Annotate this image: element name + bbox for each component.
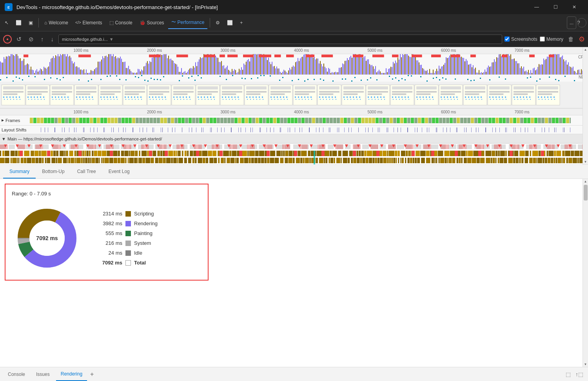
cursor-icon: ↖ xyxy=(5,20,9,26)
add-dock-tab-button[interactable]: + xyxy=(89,370,95,379)
console-icon: ⬚ xyxy=(109,20,114,26)
summary-content: 7092 ms 2314 ms Scripting 3982 ms xyxy=(12,203,201,273)
tab-bottom-up[interactable]: Bottom-Up xyxy=(36,165,71,179)
dock-tab-issues[interactable]: Issues xyxy=(31,367,54,381)
summary-tab-content: Range: 0 - 7.09 s xyxy=(0,179,583,367)
content-scroll-down[interactable]: ▼ xyxy=(584,363,587,366)
tab-console[interactable]: ⬚ Console xyxy=(106,16,136,29)
layers-button[interactable]: ⬜ xyxy=(224,16,236,29)
memory-checkbox[interactable] xyxy=(540,36,545,42)
legend-rendering: 3982 ms Rendering xyxy=(95,221,158,226)
sidebar-icon: ▣ xyxy=(29,20,33,26)
scripting-color xyxy=(125,211,131,217)
help-button[interactable]: ? xyxy=(577,18,586,27)
tab-elements[interactable]: </> Elements xyxy=(72,16,105,29)
painting-label: Painting xyxy=(134,230,152,236)
device-icon: ⬜ xyxy=(16,20,22,26)
range-display: Range: 0 - 7.09 s xyxy=(12,191,201,197)
frames-track: ▶ Frames xyxy=(0,115,588,126)
tick2-4000ms: 4000 ms xyxy=(294,110,309,114)
scroll-up-button[interactable]: ▲ xyxy=(584,48,587,51)
add-tab-button[interactable]: + xyxy=(237,16,246,29)
tick2-6000ms: 6000 ms xyxy=(441,110,456,114)
idle-color xyxy=(125,250,131,256)
performance-settings-button[interactable]: ⚙ xyxy=(579,35,585,44)
bottom-area: Summary Bottom-Up Call Tree Event Log Ra… xyxy=(0,165,588,367)
legend-painting: 555 ms Painting xyxy=(95,230,158,236)
screenshots-checkbox-label[interactable]: Screenshots xyxy=(505,36,537,42)
collapse-icon[interactable]: ▼ xyxy=(2,137,6,141)
clear-button[interactable]: ⊘ xyxy=(26,35,36,44)
tab-performance[interactable]: 〜 Performance xyxy=(168,16,208,29)
dock-tab-console[interactable]: Console xyxy=(3,367,30,381)
record-button[interactable]: ● xyxy=(3,35,12,44)
import-button[interactable]: ↓ xyxy=(49,35,56,43)
timeline-ruler-top: 1000 ms 2000 ms 3000 ms 4000 ms 5000 ms … xyxy=(0,47,588,54)
close-button[interactable]: ✕ xyxy=(565,0,583,14)
elements-icon: </> xyxy=(75,20,81,25)
more-tools-button[interactable]: ... xyxy=(567,16,576,29)
dock-tabs-bar: Console Issues Rendering + ⬚ ↑⬚ xyxy=(0,367,588,381)
tab-content-area: Range: 0 - 7.09 s xyxy=(0,179,588,367)
tick2-2000ms: 2000 ms xyxy=(147,110,162,114)
tick2-7000ms: 7000 ms xyxy=(515,110,530,114)
tab-welcome[interactable]: ⌂ Welcome xyxy=(41,16,71,29)
screenshots-checkbox[interactable] xyxy=(505,36,510,42)
memory-checkbox-label[interactable]: Memory xyxy=(540,36,563,42)
scroll-down-button[interactable]: ▼ xyxy=(584,160,587,164)
tick-2000ms: 2000 ms xyxy=(147,48,162,53)
total-color xyxy=(125,260,131,266)
flame-chart xyxy=(0,144,588,165)
legend-idle: 24 ms Idle xyxy=(95,250,158,256)
sidebar-toggle-button[interactable]: ▣ xyxy=(25,16,36,29)
dock-tab-rendering[interactable]: Rendering xyxy=(56,367,87,381)
donut-chart: 7092 ms xyxy=(12,203,82,273)
svg-text:E: E xyxy=(7,5,10,9)
url-dropdown-icon[interactable]: ▼ xyxy=(109,37,114,42)
plus-icon: + xyxy=(240,20,243,26)
system-ms: 216 ms xyxy=(95,240,122,246)
inspect-element-button[interactable]: ↖ xyxy=(2,16,12,29)
delete-profile-button[interactable]: 🗑 xyxy=(566,35,576,43)
scroll-thumb[interactable] xyxy=(584,185,588,201)
tick-4000ms: 4000 ms xyxy=(294,48,309,53)
tab-event-log[interactable]: Event Log xyxy=(102,165,136,179)
main-track-header: ▼ Main — https://microsoftedge.github.io… xyxy=(0,134,588,144)
tick-5000ms: 5000 ms xyxy=(368,48,383,53)
analysis-tabs-bar: Summary Bottom-Up Call Tree Event Log xyxy=(0,165,588,179)
reload-record-button[interactable]: ↺ xyxy=(14,35,24,44)
dock-detach-button[interactable]: ⬚ xyxy=(564,370,572,378)
tab-call-tree[interactable]: Call Tree xyxy=(71,165,102,179)
content-scrollbar[interactable]: ▲ ▼ xyxy=(583,179,588,367)
minimize-button[interactable]: — xyxy=(528,0,546,14)
dock-close-panel-button[interactable]: ↑⬚ xyxy=(574,370,585,378)
timeline-scrollbar[interactable]: ▲ ▼ xyxy=(583,47,588,164)
idle-label: Idle xyxy=(134,250,142,256)
window-controls[interactable]: — ☐ ✕ xyxy=(528,0,583,14)
legend-scripting: 2314 ms Scripting xyxy=(95,211,158,217)
rendering-label: Rendering xyxy=(134,221,158,226)
export-button[interactable]: ↑ xyxy=(38,35,46,43)
rendering-ms: 3982 ms xyxy=(95,221,122,226)
total-ms: 7092 ms xyxy=(95,260,122,266)
tab-summary[interactable]: Summary xyxy=(3,165,36,179)
device-toolbar-button[interactable]: ⬜ xyxy=(13,16,25,29)
performance-icon: 〜 xyxy=(171,19,176,26)
sources-icon: 🐞 xyxy=(140,20,145,26)
layout-shifts-label: Layout Shifts xyxy=(2,128,33,132)
tick-6000ms: 6000 ms xyxy=(441,48,456,53)
maximize-button[interactable]: ☐ xyxy=(546,0,564,14)
system-label: System xyxy=(134,240,151,246)
system-color xyxy=(125,241,131,246)
content-scroll-up[interactable]: ▲ xyxy=(584,180,587,183)
summary-box: Range: 0 - 7.09 s xyxy=(5,184,209,281)
settings-cog-button[interactable]: ⚙ xyxy=(212,16,223,29)
frames-label: ▶ Frames xyxy=(2,118,29,123)
legend-total: 7092 ms Total xyxy=(95,260,158,266)
window-title: DevTools - microsoftedge.github.io/Demos… xyxy=(16,4,524,10)
toolbar-divider-1 xyxy=(38,18,39,27)
timeline-area: 1000 ms 2000 ms 3000 ms 4000 ms 5000 ms … xyxy=(0,47,588,165)
tab-sources[interactable]: 🐞 Sources xyxy=(136,16,167,29)
legend-system: 216 ms System xyxy=(95,240,158,246)
net-track: NET xyxy=(0,75,588,82)
